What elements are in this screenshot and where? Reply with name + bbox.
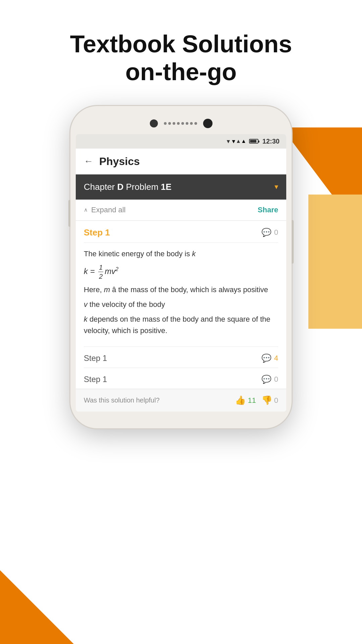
helpful-bar: Was this solution helpful? 👍 11 👎 0 [76, 389, 286, 412]
comment-icon-step1: 💬 [261, 228, 272, 237]
formula-kinetic-energy: k = 12mv2 [84, 263, 278, 281]
step-3-label: Step 1 [84, 375, 107, 384]
app-bar: ← Physics [76, 149, 286, 174]
step-2-header[interactable]: Step 1 💬 4 [76, 347, 286, 368]
helpful-question: Was this solution helpful? [84, 396, 230, 404]
expand-all-button[interactable]: ∧ Expand all [84, 206, 126, 214]
thumbs-down-count: 0 [274, 396, 278, 405]
step-2-comment[interactable]: 💬 4 [261, 354, 278, 363]
content-line-2: Here, m â the mass of the body, which is… [84, 284, 278, 296]
chapter-dropdown-icon[interactable]: ▾ [275, 182, 278, 191]
content-line-3: v the velocity of the body [84, 299, 278, 310]
screen-title: Physics [99, 155, 140, 168]
step-1-content: The kinetic energy of the body is k k = … [76, 243, 286, 346]
chapter-header[interactable]: Chapter D Problem 1E ▾ [76, 174, 286, 200]
thumbs-down-button[interactable]: 👎 0 [261, 395, 278, 406]
content-line-1: The kinetic energy of the body is k [84, 248, 278, 260]
share-button[interactable]: Share [258, 206, 278, 214]
status-time: 12:30 [262, 138, 280, 145]
step-1-header[interactable]: Step 1 💬 0 [76, 221, 286, 243]
page-title-section: Textbook Solutions on-the-go [0, 0, 362, 106]
expand-chevron-icon: ∧ [84, 207, 88, 213]
step-2-label: Step 1 [84, 354, 107, 363]
phone-top-bar [76, 115, 286, 134]
content-line-4: k depends on the mass of the body and th… [84, 314, 278, 336]
expand-all-label: Expand all [91, 206, 126, 214]
step-3-header[interactable]: Step 1 💬 0 [76, 368, 286, 389]
step-3-comment[interactable]: 💬 0 [261, 375, 278, 384]
wifi-icon: ▼ [226, 139, 233, 144]
comment-icon-step2: 💬 [261, 354, 272, 363]
thumbs-up-icon: 👍 [235, 395, 246, 406]
thumbs-up-button[interactable]: 👍 11 [235, 395, 256, 406]
battery-icon [249, 139, 258, 144]
chapter-title: Chapter D Problem 1E [84, 182, 172, 192]
earpiece [164, 122, 197, 125]
signal-icon: ▲ [236, 138, 246, 144]
thumbs-up-count: 11 [248, 396, 256, 405]
status-bar: ▼ ▲ 12:30 [76, 134, 286, 149]
thumbs-down-icon: 👎 [261, 395, 272, 406]
expand-share-bar: ∧ Expand all Share [76, 200, 286, 221]
power-button [292, 220, 294, 264]
front-camera [150, 119, 158, 127]
back-button[interactable]: ← [84, 156, 93, 167]
phone-screen: ▼ ▲ 12:30 ← Physics Chapter D Problem 1E… [76, 134, 286, 412]
phone-mockup: ▼ ▲ 12:30 ← Physics Chapter D Problem 1E… [0, 106, 362, 428]
comment-icon-step3: 💬 [261, 375, 272, 384]
step-2-comment-count: 4 [274, 354, 278, 363]
battery-fill [250, 140, 256, 143]
page-title: Textbook Solutions on-the-go [0, 30, 362, 86]
bg-decoration-orange-corner [0, 570, 74, 644]
step-1-comment-count: 0 [274, 228, 278, 237]
step-1-comment[interactable]: 💬 0 [261, 228, 278, 237]
step-1-label: Step 1 [84, 227, 110, 238]
status-icons: ▼ ▲ [226, 138, 258, 144]
volume-button [68, 200, 70, 227]
phone-body: ▼ ▲ 12:30 ← Physics Chapter D Problem 1E… [70, 106, 292, 428]
step-3-comment-count: 0 [274, 375, 278, 384]
sensor [203, 119, 213, 128]
